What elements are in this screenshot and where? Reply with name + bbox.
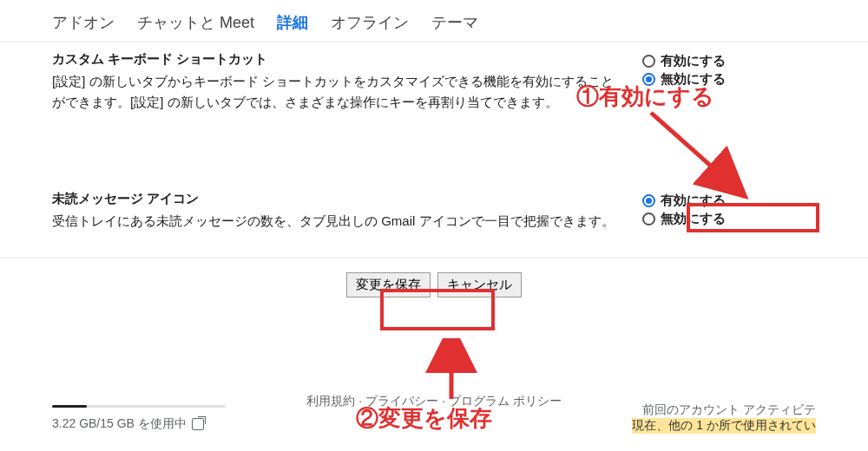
tab-chat-meet[interactable]: チャットと Meet (137, 12, 254, 33)
radio-icon[interactable] (642, 55, 655, 68)
settings-tabs: アドオン チャットと Meet 詳細 オフライン テーマ (0, 0, 868, 42)
footer-links[interactable]: 利用規約 · プライバシー · プログラム ポリシー (0, 394, 868, 409)
radio-icon[interactable] (642, 212, 655, 226)
keyboard-enable-row[interactable]: 有効にする (642, 53, 816, 69)
tab-offline[interactable]: オフライン (331, 12, 409, 33)
radio-label: 無効にする (661, 211, 726, 227)
storage-text: 3.22 GB/15 GB を使用中 (52, 416, 187, 432)
save-button[interactable]: 変更を保存 (346, 272, 431, 297)
section-title: 未読メッセージ アイコン (52, 191, 621, 207)
activity-line2: 現在、他の 1 か所で使用されてい (632, 418, 816, 434)
section-title: カスタム キーボード ショートカット (52, 51, 621, 68)
tab-advanced[interactable]: 詳細 (277, 12, 308, 33)
radio-icon[interactable] (642, 194, 655, 207)
open-external-icon[interactable] (192, 418, 204, 430)
section-unread-icon: 未読メッセージ アイコン 受信トレイにある未読メッセージの数を、タブ見出しの G… (52, 135, 816, 254)
section-desc: [設定] の新しいタブからキーボード ショートカットをカスタマイズできる機能を有… (52, 71, 621, 113)
cancel-button[interactable]: キャンセル (437, 272, 522, 297)
radio-icon[interactable] (642, 73, 655, 86)
section-desc: 受信トレイにある未読メッセージの数を、タブ見出しの Gmail アイコンで一目で… (52, 211, 621, 232)
keyboard-disable-row[interactable]: 無効にする (642, 71, 816, 88)
tab-addons[interactable]: アドオン (52, 12, 115, 33)
radio-label: 有効にする (661, 53, 726, 69)
tab-theme[interactable]: テーマ (431, 12, 478, 33)
radio-label: 有効にする (661, 193, 726, 209)
radio-label: 無効にする (661, 71, 726, 88)
settings-content: カスタム キーボード ショートカット [設定] の新しいタブからキーボード ショ… (0, 42, 868, 341)
unread-disable-row[interactable]: 無効にする (642, 211, 816, 227)
footer: 3.22 GB/15 GB を使用中 利用規約 · プライバシー · プログラム… (0, 402, 868, 434)
unread-enable-row[interactable]: 有効にする (642, 193, 816, 209)
button-row: 変更を保存 キャンセル (52, 258, 816, 341)
section-custom-keyboard: カスタム キーボード ショートカット [設定] の新しいタブからキーボード ショ… (52, 42, 816, 135)
